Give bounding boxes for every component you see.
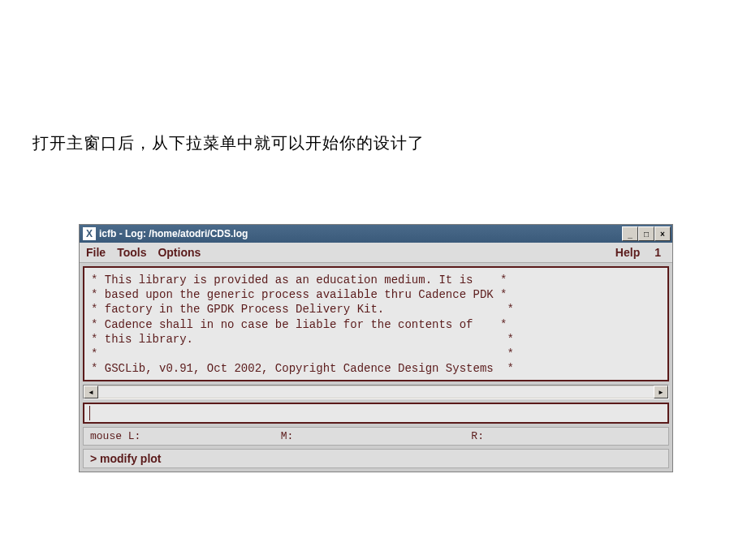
maximize-button[interactable]: □ [638,226,654,241]
intro-text: 打开主窗口后，从下拉菜单中就可以开始你的设计了 [32,132,425,154]
command-input[interactable] [83,403,669,424]
menubar: File Tools Options Help 1 [80,243,672,263]
log-line: * GSCLib, v0.91, Oct 2002, Copyright Cad… [91,361,661,376]
text-cursor-icon [89,406,90,420]
window-title: icfb - Log: /home/atodri/CDS.log [99,228,248,239]
horizontal-scrollbar[interactable]: ◄ ► [83,385,669,399]
minimize-button[interactable]: _ [622,226,638,241]
log-line: * based upon the generic process availab… [91,287,661,302]
scroll-right-button[interactable]: ► [654,386,668,398]
log-line: * This library is provided as an educati… [91,273,661,287]
log-line: * Cadence shall in no case be liable for… [91,317,661,332]
menu-tools[interactable]: Tools [117,246,146,259]
scroll-left-button[interactable]: ◄ [84,386,98,398]
mouse-right-hint: R: [471,430,662,442]
menu-window-number[interactable]: 1 [650,246,666,259]
log-line: * factory in the GPDK Process Delivery K… [91,302,661,317]
mouse-middle-hint: M: [281,430,472,442]
mouse-hint-panel: mouse L: M: R: [83,427,669,446]
log-output-panel: * This library is provided as an educati… [83,266,669,381]
menu-options[interactable]: Options [158,246,201,259]
menu-help[interactable]: Help [615,246,640,259]
status-bar: > modify plot [83,449,669,468]
log-line: * this library. * [91,332,661,347]
menu-file[interactable]: File [86,246,106,259]
window-controls: _ □ × [622,226,671,241]
titlebar[interactable]: X icfb - Log: /home/atodri/CDS.log _ □ × [80,225,672,243]
icfb-main-window: X icfb - Log: /home/atodri/CDS.log _ □ ×… [79,224,673,472]
close-button[interactable]: × [654,226,671,241]
scroll-track[interactable] [98,386,654,398]
log-line: * * [91,347,661,361]
mouse-left-hint: mouse L: [90,430,281,442]
menu-right-group: Help 1 [615,246,666,259]
app-icon: X [83,227,96,240]
